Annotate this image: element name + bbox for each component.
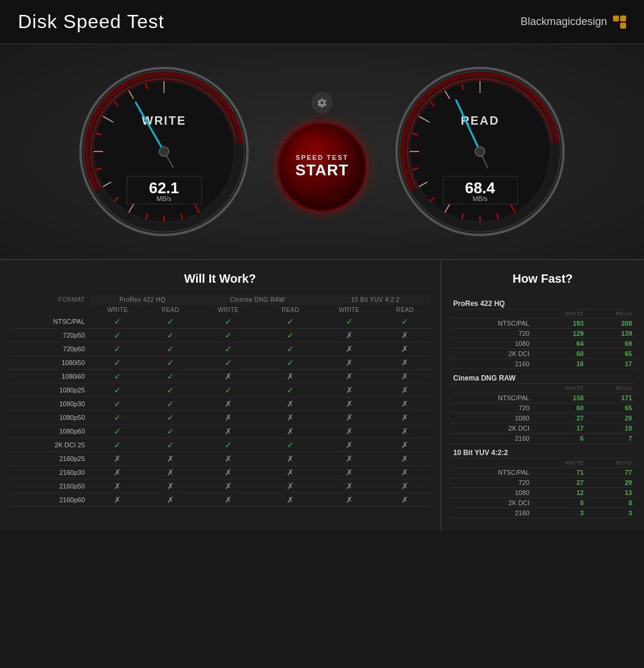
check-cell: ✓ [320,315,379,329]
start-speed-test-button[interactable]: SPEED TEST START [277,122,367,212]
check-cell: ✗ [379,493,431,507]
speed-value: 29 [587,478,635,488]
table-row: 2160p60✗✗✗✗✗✗ [9,493,431,507]
speed-col-header [450,384,532,393]
speed-sub-header: WRITEREAD [450,310,635,318]
check-cell: ✓ [89,397,145,411]
check-cell: ✓ [145,397,195,411]
format-subheader [9,305,89,315]
check-cell: ✓ [145,438,195,452]
speed-row-label: 2K DCI [450,498,532,508]
speed-row-label: 2160 [450,434,532,444]
speed-col-header: WRITE [532,310,587,318]
check-cell: ✗ [320,466,379,480]
speed-row-label: 1080 [450,339,532,349]
check-cell: ✓ [195,438,261,452]
speed-value: 171 [587,393,635,403]
table-row: 720p60✓✓✓✓✗✗ [9,342,431,356]
check-cell: ✗ [261,370,320,384]
check-table: FORMAT ProRes 422 HQ Cinema DNG RAW 10 B… [9,295,431,507]
speed-group-header: Cinema DNG RAW [450,369,635,384]
check-cell: ✗ [195,452,261,466]
table-row: NTSC/PAL✓✓✓✓✓✓ [9,315,431,329]
speed-value: 8 [587,498,635,508]
format-label: 1080p60 [9,425,89,438]
check-cell: ✗ [261,425,320,438]
speed-value: 71 [532,468,587,478]
check-cell: ✓ [261,438,320,452]
speed-value: 8 [532,498,587,508]
check-cell: ✓ [261,329,320,342]
check-cell: ✗ [320,411,379,425]
cinema-read-header: READ [261,305,320,315]
table-row: 1080p60✓✓✗✗✗✗ [9,425,431,438]
format-label: 2160p30 [9,466,89,480]
check-cell: ✗ [145,480,195,493]
table-row: 1080i60✓✓✗✗✗✗ [9,370,431,384]
how-fast-title: How Fast? [450,272,635,286]
check-cell: ✗ [320,384,379,397]
check-cell: ✓ [89,329,145,342]
settings-button[interactable] [311,92,333,113]
speed-data-row: 10802729 [450,413,635,423]
check-cell: ✗ [145,466,195,480]
check-cell: ✓ [261,384,320,397]
table-row: 2160p50✗✗✗✗✗✗ [9,480,431,493]
check-cell: ✗ [261,397,320,411]
check-cell: ✗ [379,452,431,466]
speed-value: 19 [587,423,635,434]
speed-data-row: 2K DCI88 [450,498,635,508]
check-cell: ✓ [261,315,320,329]
check-cell: ✗ [145,452,195,466]
check-cell: ✓ [261,342,320,356]
yuv-header: 10 Bit YUV 4:2:2 [320,295,431,305]
check-cell: ✗ [379,438,431,452]
check-cell: ✗ [320,397,379,411]
speed-row-label: 720 [450,478,532,488]
check-cell: ✗ [320,493,379,507]
check-cell: ✗ [379,384,431,397]
gauges-section: WRITE 62.1 MB/s SPEED TEST START [0,44,644,260]
speed-col-header [450,310,532,318]
prores-read-header: READ [145,305,195,315]
speed-value: 158 [532,393,587,403]
speed-value: 129 [532,329,587,339]
brand-logo [613,16,626,29]
check-cell: ✓ [195,315,261,329]
brand-area: Blackmagicdesign [521,16,626,29]
svg-text:68.4: 68.4 [465,179,496,197]
write-gauge: WRITE 62.1 MB/s [75,62,253,241]
check-cell: ✗ [320,329,379,342]
yuv-write-header: WRITE [320,305,379,315]
speed-data-row: 7202729 [450,478,635,488]
speed-row-label: 2160 [450,359,532,369]
speed-value: 64 [532,339,587,349]
check-cell: ✓ [195,329,261,342]
speed-value: 208 [587,318,635,329]
speed-value: 12 [532,488,587,498]
speed-value: 77 [587,468,635,478]
check-cell: ✓ [145,342,195,356]
check-cell: ✓ [379,315,431,329]
check-cell: ✓ [145,356,195,370]
check-cell: ✗ [89,452,145,466]
check-cell: ✓ [89,384,145,397]
check-cell: ✗ [261,452,320,466]
write-gauge-svg: WRITE 62.1 MB/s [75,62,253,241]
speed-sub-header: WRITEREAD [450,384,635,393]
speed-data-row: 10801213 [450,488,635,498]
speed-value: 29 [587,413,635,423]
format-label: 2160p25 [9,452,89,466]
check-cell: ✗ [195,425,261,438]
table-row: 2K DCI 25✓✓✓✓✗✗ [9,438,431,452]
speed-col-header: WRITE [532,459,587,468]
check-cell: ✗ [261,411,320,425]
speed-value: 139 [587,329,635,339]
cinema-write-header: WRITE [195,305,261,315]
check-cell: ✓ [195,356,261,370]
check-cell: ✓ [145,384,195,397]
check-cell: ✗ [379,480,431,493]
gear-icon [317,97,327,108]
check-cell: ✓ [145,329,195,342]
will-it-work-title: Will It Work? [9,272,431,286]
